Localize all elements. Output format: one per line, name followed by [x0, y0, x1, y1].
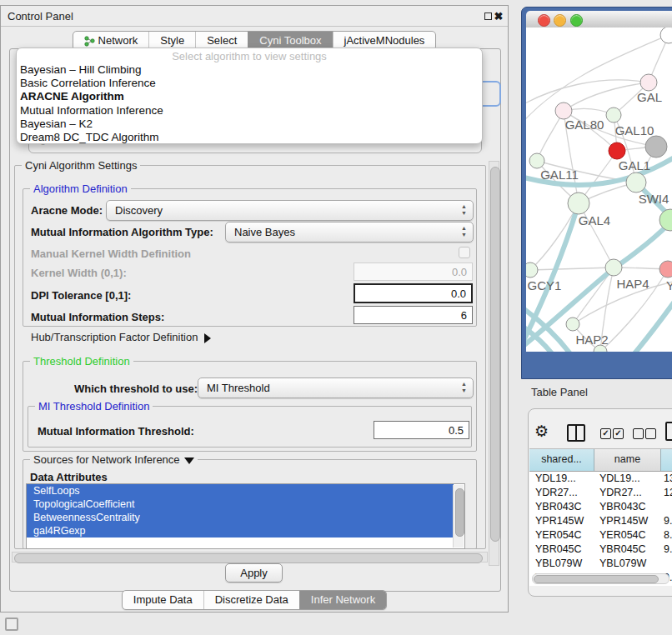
network-node-label: HAP2 — [575, 332, 608, 347]
table-row[interactable]: YBL079WYBL079W — [529, 557, 672, 571]
table-horizontal-scrollbar[interactable] — [532, 573, 669, 584]
network-node[interactable] — [640, 74, 657, 91]
deselect-checkboxes-icon[interactable] — [645, 428, 656, 439]
mac-minimize-icon[interactable] — [554, 14, 566, 27]
attributes-scrollbar[interactable] — [453, 485, 464, 548]
network-node-label: HAP4 — [616, 277, 649, 291]
mi-threshold-field[interactable]: 0.5 — [374, 421, 469, 439]
kernel-width-field[interactable]: 0.0 — [354, 262, 473, 281]
algorithm-option[interactable]: Mutual Information Inference — [17, 104, 482, 118]
algorithm-option[interactable]: Dream8 DC_TDC Algorithm — [17, 131, 482, 144]
close-icon[interactable]: ✖ — [492, 8, 505, 24]
control-panel-window: Control Panel ✖ Network Style Select Cyn… — [0, 5, 509, 612]
cyni-settings-legend: Cyni Algorithm Settings — [22, 159, 140, 172]
network-node-label: SWI4 — [639, 192, 669, 206]
network-node[interactable] — [566, 318, 579, 331]
table-panel-window: ⚙ ✓ ✓ shared... name YDL19...YDL19...13Y… — [528, 408, 672, 597]
table-row[interactable]: YIL052CYIL052C9 — [529, 585, 672, 586]
table-row[interactable]: YDL19...YDL19...13 — [529, 472, 672, 486]
network-node[interactable] — [526, 262, 538, 278]
deselect-checkboxes-icon[interactable] — [633, 428, 644, 439]
algorithm-placeholder: Select algorithm to view settings — [17, 50, 482, 63]
split-columns-icon[interactable] — [567, 424, 585, 442]
network-canvas[interactable]: GALGAL80GAL10GAL1GAL11SWI4GAL4GCY1HAP4YH… — [526, 28, 672, 352]
tab-impute-data[interactable]: Impute Data — [123, 591, 203, 609]
network-node[interactable] — [659, 209, 672, 231]
column-header-name[interactable]: name — [594, 449, 661, 471]
network-edge[interactable] — [631, 288, 672, 352]
mac-zoom-icon[interactable] — [570, 14, 583, 27]
new-table-icon[interactable] — [665, 422, 672, 441]
network-node-label: Y — [666, 278, 672, 292]
sources-legend[interactable]: Sources for Network Inference — [30, 453, 198, 466]
tab-infer-network[interactable]: Infer Network — [299, 591, 386, 609]
table-cell: YIL052C — [594, 585, 659, 586]
tab-discretize-data[interactable]: Discretize Data — [203, 591, 299, 609]
column-header-shared-name[interactable]: shared... — [529, 449, 594, 471]
table-cell: 9. — [659, 542, 672, 557]
node-table: shared... name YDL19...YDL19...13YDR27..… — [529, 448, 672, 586]
attribute-item[interactable]: SelfLoops — [27, 484, 454, 498]
table-cell: YBR043C — [529, 500, 594, 514]
mi-threshold-legend: MI Threshold Definition — [35, 400, 153, 412]
table-cell: YBR045C — [594, 542, 659, 557]
aracne-mode-select[interactable]: Discovery ▲▼ — [106, 200, 474, 221]
network-window-titlebar[interactable] — [526, 11, 672, 28]
network-node[interactable] — [660, 28, 672, 43]
algorithm-option[interactable]: Bayesian – K2 — [17, 118, 482, 131]
table-panel-title: Table Panel — [531, 386, 588, 398]
network-edge[interactable] — [530, 268, 614, 270]
settings-horizontal-scrollbar[interactable] — [12, 552, 488, 562]
network-node[interactable] — [606, 108, 621, 122]
network-node[interactable] — [555, 102, 572, 119]
table-row[interactable]: YBR043CYBR043C — [529, 500, 672, 514]
select-all-checkboxes-icon[interactable]: ✓ — [613, 428, 624, 439]
network-node[interactable] — [659, 261, 672, 278]
table-row[interactable]: YBR045CYBR045C9. — [529, 542, 672, 557]
table-row[interactable]: YDR27...YDR27...12 — [529, 486, 672, 500]
dpi-tolerance-field[interactable]: 0.0 — [354, 283, 473, 303]
attribute-item[interactable]: TopologicalCoefficient — [27, 498, 454, 511]
network-node-label: GAL4 — [579, 213, 610, 228]
algorithm-option[interactable]: Bayesian – Hill Climbing — [17, 63, 482, 77]
mi-steps-field[interactable]: 6 — [354, 306, 473, 324]
which-threshold-select[interactable]: MI Threshold ▲▼ — [198, 378, 474, 398]
apply-button[interactable]: Apply — [225, 563, 283, 582]
network-node[interactable] — [626, 172, 646, 192]
table-cell — [659, 500, 672, 514]
network-canvas-svg: GALGAL80GAL10GAL1GAL11SWI4GAL4GCY1HAP4YH… — [526, 28, 672, 352]
mi-threshold-label: Mutual Information Threshold: — [38, 425, 194, 438]
network-node[interactable] — [568, 192, 589, 214]
network-node[interactable] — [529, 153, 544, 168]
attribute-item[interactable]: BetweennessCentrality — [27, 511, 454, 524]
table-row[interactable]: YER054CYER054C8. — [529, 528, 672, 542]
mac-close-icon[interactable] — [538, 14, 550, 27]
float-window-icon[interactable] — [484, 12, 492, 20]
mi-algorithm-type-label: Mutual Information Algorithm Type: — [31, 226, 213, 238]
attribute-item[interactable]: gal4RGexp — [27, 524, 454, 538]
dpi-tolerance-label: DPI Tolerance [0,1]: — [31, 289, 131, 302]
control-panel-title: Control Panel — [8, 6, 73, 27]
hub-definition-expander[interactable]: Hub/Transcription Factor Definition — [31, 331, 211, 343]
table-row[interactable]: YPR145WYPR145W9. — [529, 514, 672, 528]
network-node[interactable] — [645, 136, 667, 158]
select-all-checkboxes-icon[interactable]: ✓ — [600, 428, 611, 439]
network-node[interactable] — [609, 142, 625, 159]
algorithm-option[interactable]: Basic Correlation Inference — [17, 77, 482, 90]
algorithm-option-selected[interactable]: ARACNE Algorithm — [17, 90, 482, 103]
network-edge[interactable] — [564, 82, 649, 111]
dock-panel-icon[interactable] — [5, 618, 18, 631]
table-cell: YDL19... — [594, 472, 659, 486]
algorithm-definition-legend: Algorithm Definition — [30, 182, 131, 195]
settings-vertical-scrollbar[interactable] — [489, 161, 499, 566]
table-body: YDL19...YDL19...13YDR27...YDR27...12YBR0… — [529, 472, 672, 586]
gear-icon[interactable]: ⚙ — [534, 422, 549, 441]
mi-algorithm-type-select[interactable]: Naive Bayes ▲▼ — [225, 222, 474, 242]
table-cell: YBL079W — [594, 557, 659, 571]
network-node[interactable] — [605, 259, 622, 276]
stepper-arrows-icon: ▲▼ — [461, 225, 467, 238]
network-edge[interactable] — [526, 80, 649, 108]
column-header-partial[interactable] — [661, 449, 672, 471]
manual-kernel-width-checkbox[interactable] — [459, 247, 470, 258]
network-edge[interactable] — [530, 203, 579, 270]
